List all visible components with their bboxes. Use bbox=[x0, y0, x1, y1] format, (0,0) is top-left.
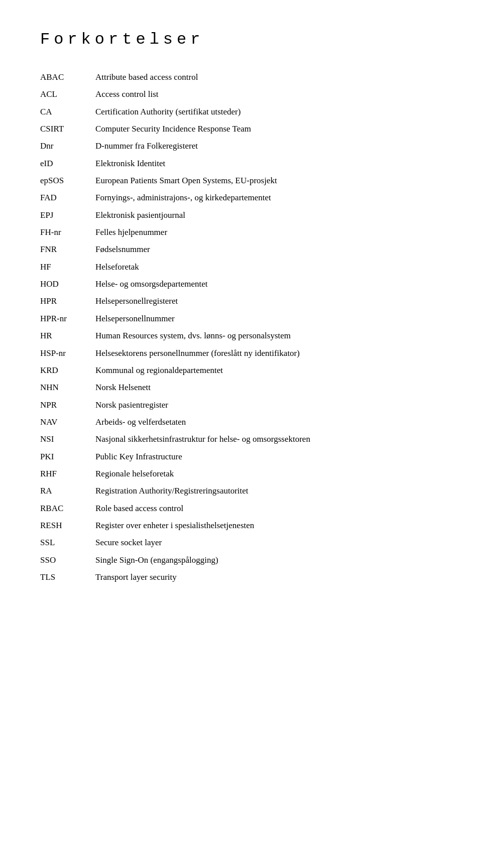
abbreviation-definition: Role based access control bbox=[95, 500, 442, 517]
abbreviation-term: FH-nr bbox=[40, 224, 95, 241]
table-row: FNRFødselsnummer bbox=[40, 241, 442, 258]
table-row: ABACAttribute based access control bbox=[40, 69, 442, 86]
abbreviation-term: TLS bbox=[40, 569, 95, 586]
table-row: CACertification Authority (sertifikat ut… bbox=[40, 103, 442, 120]
abbreviation-term: FNR bbox=[40, 241, 95, 258]
abbreviation-definition: Helseforetak bbox=[95, 259, 442, 276]
abbreviation-definition: Helsepersonellnummer bbox=[95, 310, 442, 327]
abbreviation-definition: Norsk pasientregister bbox=[95, 397, 442, 414]
abbreviation-definition: Certification Authority (sertifikat utst… bbox=[95, 103, 442, 120]
abbreviation-term: eID bbox=[40, 155, 95, 172]
abbreviation-definition: Register over enheter i spesialisthelset… bbox=[95, 517, 442, 534]
abbreviation-definition: Kommunal og regionaldepartementet bbox=[95, 362, 442, 379]
abbreviation-term: RESH bbox=[40, 517, 95, 534]
abbreviation-term: HPR-nr bbox=[40, 310, 95, 327]
abbreviation-term: HOD bbox=[40, 276, 95, 293]
abbreviation-definition: Registration Authority/Registreringsauto… bbox=[95, 482, 442, 500]
abbreviation-term: HR bbox=[40, 327, 95, 344]
abbreviation-term: HSP-nr bbox=[40, 345, 95, 362]
abbreviation-term: PKI bbox=[40, 448, 95, 465]
table-row: RBACRole based access control bbox=[40, 500, 442, 517]
table-row: ACLAccess control list bbox=[40, 86, 442, 103]
abbreviation-definition: D-nummer fra Folkeregisteret bbox=[95, 138, 442, 155]
abbreviation-definition: Regionale helseforetak bbox=[95, 465, 442, 482]
table-row: PKIPublic Key Infrastructure bbox=[40, 448, 442, 465]
abbreviation-term: NSI bbox=[40, 431, 95, 448]
table-row: NAVArbeids- og velferdsetaten bbox=[40, 414, 442, 431]
abbreviation-definition: European Patients Smart Open Systems, EU… bbox=[95, 172, 442, 189]
abbreviation-definition: Computer Security Incidence Response Tea… bbox=[95, 120, 442, 138]
table-row: NPRNorsk pasientregister bbox=[40, 397, 442, 414]
table-row: eIDElektronisk Identitet bbox=[40, 155, 442, 172]
abbreviation-table: ABACAttribute based access controlACLAcc… bbox=[40, 69, 442, 586]
table-row: RESHRegister over enheter i spesialisthe… bbox=[40, 517, 442, 534]
abbreviation-definition: Secure socket layer bbox=[95, 534, 442, 551]
abbreviation-definition: Norsk Helsenett bbox=[95, 379, 442, 396]
abbreviation-term: Dnr bbox=[40, 138, 95, 155]
table-row: epSOSEuropean Patients Smart Open System… bbox=[40, 172, 442, 189]
table-row: HPR-nrHelsepersonellnummer bbox=[40, 310, 442, 327]
abbreviation-definition: Nasjonal sikkerhetsinfrastruktur for hel… bbox=[95, 431, 442, 448]
abbreviation-term: EPJ bbox=[40, 207, 95, 224]
abbreviation-term: CSIRT bbox=[40, 120, 95, 138]
abbreviation-term: HF bbox=[40, 259, 95, 276]
table-row: TLSTransport layer security bbox=[40, 569, 442, 586]
abbreviation-term: NAV bbox=[40, 414, 95, 431]
abbreviation-definition: Single Sign-On (engangspålogging) bbox=[95, 552, 442, 569]
table-row: RHFRegionale helseforetak bbox=[40, 465, 442, 482]
table-row: HSP-nrHelsesektorens personellnummer (fo… bbox=[40, 345, 442, 362]
abbreviation-definition: Human Resources system, dvs. lønns- og p… bbox=[95, 327, 442, 344]
abbreviation-definition: Felles hjelpenummer bbox=[95, 224, 442, 241]
abbreviation-term: FAD bbox=[40, 189, 95, 206]
abbreviation-term: SSL bbox=[40, 534, 95, 551]
table-row: FADFornyings-, administrajons-, og kirke… bbox=[40, 189, 442, 206]
table-row: FH-nrFelles hjelpenummer bbox=[40, 224, 442, 241]
abbreviation-term: ABAC bbox=[40, 69, 95, 86]
table-row: SSLSecure socket layer bbox=[40, 534, 442, 551]
abbreviation-term: epSOS bbox=[40, 172, 95, 189]
abbreviation-definition: Arbeids- og velferdsetaten bbox=[95, 414, 442, 431]
table-row: NSINasjonal sikkerhetsinfrastruktur for … bbox=[40, 431, 442, 448]
abbreviation-term: KRD bbox=[40, 362, 95, 379]
abbreviation-definition: Fornyings-, administrajons-, og kirkedep… bbox=[95, 189, 442, 206]
table-row: CSIRTComputer Security Incidence Respons… bbox=[40, 120, 442, 138]
abbreviation-definition: Attribute based access control bbox=[95, 69, 442, 86]
abbreviation-definition: Fødselsnummer bbox=[95, 241, 442, 258]
page-title: Forkortelser bbox=[40, 30, 442, 49]
abbreviation-definition: Elektronisk pasientjournal bbox=[95, 207, 442, 224]
abbreviation-term: HPR bbox=[40, 293, 95, 310]
abbreviation-term: NHN bbox=[40, 379, 95, 396]
abbreviation-definition: Helsepersonellregisteret bbox=[95, 293, 442, 310]
table-row: EPJElektronisk pasientjournal bbox=[40, 207, 442, 224]
table-row: HODHelse- og omsorgsdepartementet bbox=[40, 276, 442, 293]
table-row: DnrD-nummer fra Folkeregisteret bbox=[40, 138, 442, 155]
abbreviation-term: ACL bbox=[40, 86, 95, 103]
table-row: KRDKommunal og regionaldepartementet bbox=[40, 362, 442, 379]
abbreviation-term: RHF bbox=[40, 465, 95, 482]
table-row: HRHuman Resources system, dvs. lønns- og… bbox=[40, 327, 442, 344]
table-row: RARegistration Authority/Registreringsau… bbox=[40, 482, 442, 500]
abbreviation-definition: Access control list bbox=[95, 86, 442, 103]
abbreviation-term: RBAC bbox=[40, 500, 95, 517]
abbreviation-definition: Helsesektorens personellnummer (foreslåt… bbox=[95, 345, 442, 362]
table-row: SSOSingle Sign-On (engangspålogging) bbox=[40, 552, 442, 569]
table-row: HPRHelsepersonellregisteret bbox=[40, 293, 442, 310]
abbreviation-definition: Transport layer security bbox=[95, 569, 442, 586]
abbreviation-term: SSO bbox=[40, 552, 95, 569]
abbreviation-definition: Elektronisk Identitet bbox=[95, 155, 442, 172]
table-row: NHNNorsk Helsenett bbox=[40, 379, 442, 396]
abbreviation-definition: Helse- og omsorgsdepartementet bbox=[95, 276, 442, 293]
abbreviation-definition: Public Key Infrastructure bbox=[95, 448, 442, 465]
abbreviation-term: NPR bbox=[40, 397, 95, 414]
page-wrapper: Forkortelser ABACAttribute based access … bbox=[40, 30, 442, 868]
table-row: HFHelseforetak bbox=[40, 259, 442, 276]
abbreviation-term: CA bbox=[40, 103, 95, 120]
abbreviation-term: RA bbox=[40, 482, 95, 500]
